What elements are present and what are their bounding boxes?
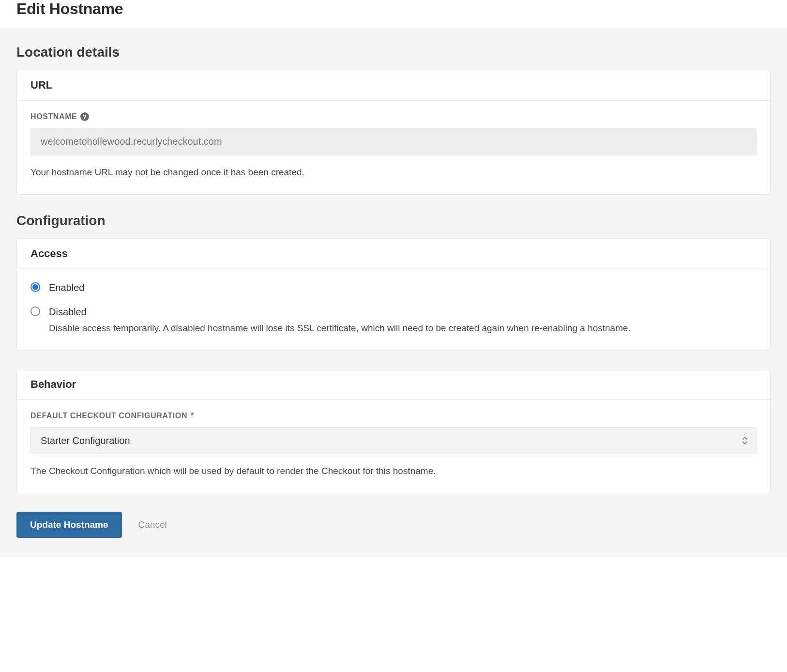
url-card-body: HOSTNAME ? Your hostname URL may not be … (17, 101, 770, 194)
form-actions: Update Hostname Cancel (16, 512, 771, 538)
behavior-card-title: Behavior (30, 378, 757, 391)
access-card-body: Enabled Disabled Disable access temporar… (17, 269, 770, 350)
access-card: Access Enabled Disabled Disable access t… (16, 238, 771, 351)
location-section-title: Location details (16, 45, 771, 60)
default-config-help: The Checkout Configuration which will be… (30, 464, 757, 478)
access-disabled-label: Disabled (49, 305, 757, 319)
content-area: Location details URL HOSTNAME ? Your hos… (0, 30, 787, 557)
access-disabled-radio[interactable] (30, 306, 40, 316)
access-card-header: Access (17, 239, 770, 269)
behavior-card-body: DEFAULT CHECKOUT CONFIGURATION * Starter… (17, 400, 770, 493)
access-disabled-row[interactable]: Disabled Disable access temporarily. A d… (30, 305, 757, 336)
page-title: Edit Hostname (16, 0, 771, 18)
page-bottom-spacer (0, 557, 787, 672)
access-enabled-radio[interactable] (30, 282, 40, 292)
cancel-button[interactable]: Cancel (138, 519, 167, 530)
required-asterisk: * (191, 412, 194, 420)
url-card: URL HOSTNAME ? Your hostname URL may not… (16, 70, 771, 195)
hostname-input (30, 128, 757, 155)
hostname-label: HOSTNAME ? (30, 112, 757, 121)
access-radio-group: Enabled Disabled Disable access temporar… (30, 281, 757, 336)
access-card-title: Access (30, 247, 757, 260)
access-enabled-row[interactable]: Enabled (30, 281, 757, 294)
access-enabled-label: Enabled (49, 281, 757, 294)
hostname-label-text: HOSTNAME (30, 112, 77, 121)
behavior-card-header: Behavior (17, 369, 770, 400)
hostname-help-text: Your hostname URL may not be changed onc… (30, 165, 757, 180)
default-config-label: DEFAULT CHECKOUT CONFIGURATION * (30, 412, 757, 420)
url-card-header: URL (17, 70, 770, 101)
url-card-title: URL (30, 79, 757, 92)
access-disabled-desc: Disable access temporarily. A disabled h… (49, 321, 757, 336)
behavior-card: Behavior DEFAULT CHECKOUT CONFIGURATION … (16, 369, 771, 493)
default-config-label-text: DEFAULT CHECKOUT CONFIGURATION (30, 412, 187, 420)
configuration-section-title: Configuration (16, 213, 771, 229)
default-config-select-wrap: Starter Configuration (30, 427, 757, 454)
default-config-select[interactable]: Starter Configuration (30, 427, 757, 454)
update-hostname-button[interactable]: Update Hostname (16, 512, 122, 538)
help-icon[interactable]: ? (80, 112, 89, 121)
